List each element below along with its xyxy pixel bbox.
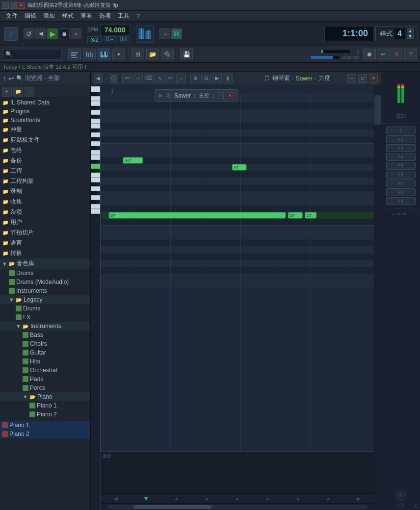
- tb-playlist[interactable]: [68, 49, 81, 60]
- sidebar-item-shared-data[interactable]: 📁 IL Shared Data: [0, 98, 90, 107]
- sidebar-item-choirs[interactable]: Choirs: [0, 339, 90, 348]
- pr-vscroll-thumb[interactable]: [374, 95, 381, 125]
- sidebar-item-piano[interactable]: ▼ 📂 Piano: [0, 392, 90, 401]
- sidebar-item-soundlib[interactable]: ▼ 📂 音色库: [0, 258, 90, 269]
- menu-help[interactable]: ?: [133, 12, 143, 21]
- step-btn[interactable]: Ш+: [104, 36, 116, 43]
- sidebar-item-drums[interactable]: Drums: [0, 269, 90, 278]
- menu-edit[interactable]: 编辑: [22, 11, 39, 21]
- record-btn[interactable]: ●: [71, 28, 81, 39]
- sawer-expand[interactable]: ▶: [159, 93, 163, 98]
- bpm-display[interactable]: 74.000: [100, 25, 130, 35]
- sidebar-item-user[interactable]: 📁 用户: [0, 217, 90, 228]
- pr-tool-mute[interactable]: ○: [176, 74, 186, 83]
- rp-f6[interactable]: F6: [386, 171, 416, 178]
- menu-add[interactable]: 添加: [40, 11, 58, 21]
- sidebar-item-legacy-fx[interactable]: FX: [0, 313, 90, 322]
- stop-btn[interactable]: ■: [59, 28, 70, 39]
- sidebar-item-arch[interactable]: 📁 工程构架: [0, 176, 90, 186]
- pr-notes-canvas[interactable]: D7 D7 D7 A#7: [101, 95, 381, 510]
- tb-mic[interactable]: 🎙: [391, 49, 403, 60]
- sidebar-item-piano1-active[interactable]: Piano 1: [0, 421, 90, 430]
- sidebar-item-bass[interactable]: Bass: [0, 331, 90, 339]
- tb-eventeditor[interactable]: ✦: [112, 49, 125, 60]
- pattern-down[interactable]: ▼: [407, 34, 414, 39]
- sawer-close-btn[interactable]: ✕: [227, 92, 234, 99]
- pr-tool-detuned[interactable]: ∿: [155, 74, 164, 83]
- menu-view[interactable]: 查看: [78, 11, 95, 21]
- sidebar-item-misc[interactable]: 📁 杂项: [0, 207, 90, 217]
- pr-tool-select[interactable]: ⊹: [133, 74, 143, 83]
- close-button[interactable]: ✕: [18, 2, 25, 9]
- loop-controls[interactable]: ↺ ◀ ▶ ■ ●: [22, 22, 83, 46]
- maximize-button[interactable]: □: [10, 2, 17, 9]
- sidebar-add[interactable]: +: [2, 87, 12, 97]
- menu-file[interactable]: 文件: [3, 11, 21, 21]
- note-a7[interactable]: [232, 164, 246, 170]
- pr-prev-btn[interactable]: ◀: [94, 74, 103, 83]
- sidebar-item-envelope[interactable]: 📁 包络: [0, 145, 90, 155]
- sidebar-item-legacy-drums[interactable]: Drums: [0, 304, 90, 313]
- pr-tool-pencil[interactable]: ✏: [122, 74, 132, 83]
- pattern-up[interactable]: ▲: [407, 28, 414, 33]
- sidebar-item-collect[interactable]: 📁 收集: [0, 197, 90, 207]
- tb-piano[interactable]: [98, 49, 110, 60]
- time-sig[interactable]: 3/2: [87, 36, 102, 43]
- window-controls[interactable]: ─ □ ✕: [2, 2, 25, 9]
- sidebar-item-impulse[interactable]: 📁 冲量: [0, 125, 90, 135]
- note-d7-2[interactable]: [289, 212, 303, 218]
- sidebar-item-instruments[interactable]: Instruments: [0, 286, 90, 295]
- rp-f8[interactable]: F8: [386, 188, 416, 196]
- sidebar-item-piano1[interactable]: Piano 1: [0, 401, 90, 410]
- minimize-button[interactable]: ─: [2, 2, 9, 9]
- pr-tool-erase[interactable]: ⌫: [144, 74, 154, 83]
- sawer-minimize-btn[interactable]: ─: [217, 92, 224, 99]
- sidebar-item-plugins[interactable]: 📁 Plugins: [0, 107, 90, 116]
- sidebar-item-piano2[interactable]: Piano 2: [0, 410, 90, 419]
- sidebar-item-percs[interactable]: Percs: [0, 383, 90, 392]
- pr-tool-zoom-in[interactable]: ⊕: [190, 74, 200, 83]
- rp-f3[interactable]: F3: [386, 144, 416, 152]
- sidebar-item-pads[interactable]: Pads: [0, 375, 90, 383]
- sidebar-item-beat[interactable]: 📁 节拍切片: [0, 228, 90, 238]
- sidebar-item-orchestral[interactable]: Orchestral: [0, 366, 90, 375]
- search-box[interactable]: 🔍: [3, 49, 62, 60]
- pr-nav-up-3[interactable]: ▲: [233, 495, 241, 502]
- route-btn[interactable]: →: [159, 28, 170, 39]
- rp-f5[interactable]: F5: [386, 162, 416, 170]
- tb-cut[interactable]: ✂: [377, 49, 390, 60]
- rp-f7[interactable]: F7: [386, 179, 416, 187]
- pr-nav-right[interactable]: ▶: [355, 495, 363, 502]
- pr-info-btn[interactable]: ⓘ: [109, 74, 118, 83]
- rp-f9[interactable]: F9: [386, 197, 416, 205]
- sawer-gear-icon[interactable]: ⚙: [166, 92, 171, 99]
- sidebar-item-backup[interactable]: 📁 备份: [0, 155, 90, 166]
- sidebar-folder[interactable]: 📁: [13, 87, 23, 97]
- pr-nav-down-1[interactable]: ▼: [142, 495, 150, 502]
- tb-mixer[interactable]: ⊞: [131, 49, 144, 60]
- pr-nav-up-4[interactable]: ▲: [263, 495, 271, 502]
- note-d7-long[interactable]: [109, 212, 286, 218]
- rp-f2[interactable]: F2: [386, 135, 416, 143]
- tb-browser[interactable]: 📂: [146, 49, 159, 60]
- pattern-number[interactable]: 4: [394, 28, 405, 39]
- sidebar-item-soundfonts[interactable]: 📁 Soundfonts: [0, 116, 90, 125]
- rp-clock-btn[interactable]: ⏱: [395, 490, 406, 501]
- sidebar-nav-prev[interactable]: ↩: [8, 75, 14, 82]
- play-btn[interactable]: ▶: [47, 28, 58, 39]
- menu-tools[interactable]: 工具: [115, 11, 132, 21]
- pr-tool-pause[interactable]: ⏸: [223, 74, 233, 83]
- sidebar-arrow[interactable]: →: [25, 87, 34, 97]
- sidebar-item-project[interactable]: 📁 工程: [0, 166, 90, 176]
- pr-minimize-btn[interactable]: ─: [347, 74, 356, 83]
- sidebar-item-legacy[interactable]: ▼ 📂 Legacy: [0, 295, 90, 304]
- pr-nav-up-5[interactable]: ▲: [294, 495, 302, 502]
- pr-tool-cut[interactable]: ✂: [165, 74, 175, 83]
- sidebar-item-guitar[interactable]: Guitar: [0, 348, 90, 357]
- tb-stepseq[interactable]: [83, 49, 96, 60]
- pr-nav-up-6[interactable]: ▲: [324, 495, 332, 502]
- mix-btn[interactable]: Шo: [118, 36, 130, 43]
- pr-close-btn[interactable]: ✕: [369, 74, 378, 83]
- pr-tool-play[interactable]: ▶: [212, 74, 222, 83]
- sidebar-item-clipboard[interactable]: 📁 剪贴板文件: [0, 135, 90, 145]
